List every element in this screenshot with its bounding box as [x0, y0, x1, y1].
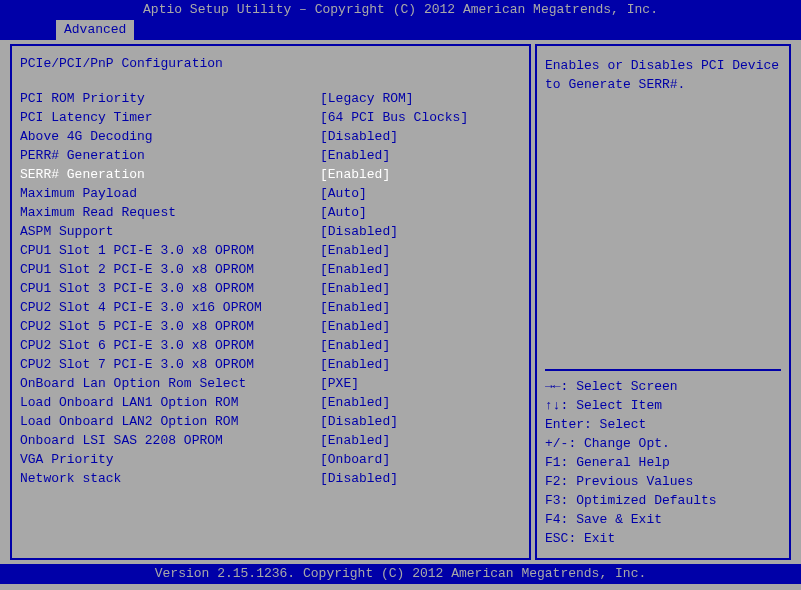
- tab-row: Advanced: [0, 20, 801, 40]
- key-hint: Enter: Select: [545, 415, 781, 434]
- help-panel: Enables or Disables PCI Device to Genera…: [535, 44, 791, 560]
- setting-row[interactable]: Above 4G Decoding[Disabled]: [20, 127, 521, 146]
- setting-value[interactable]: [Enabled]: [320, 431, 521, 450]
- key-hint: F4: Save & Exit: [545, 510, 781, 529]
- setting-label: PCI Latency Timer: [20, 108, 320, 127]
- key-hint: F3: Optimized Defaults: [545, 491, 781, 510]
- tab-advanced[interactable]: Advanced: [56, 20, 134, 40]
- setting-value[interactable]: [Enabled]: [320, 241, 521, 260]
- setting-value[interactable]: [Enabled]: [320, 165, 521, 184]
- setting-value[interactable]: [Disabled]: [320, 412, 521, 431]
- setting-value[interactable]: [Enabled]: [320, 317, 521, 336]
- setting-label: CPU2 Slot 6 PCI-E 3.0 x8 OPROM: [20, 336, 320, 355]
- setting-label: CPU2 Slot 5 PCI-E 3.0 x8 OPROM: [20, 317, 320, 336]
- setting-row[interactable]: ASPM Support[Disabled]: [20, 222, 521, 241]
- key-hint: →←: Select Screen: [545, 377, 781, 396]
- setting-value[interactable]: [Disabled]: [320, 127, 521, 146]
- setting-value[interactable]: [Enabled]: [320, 393, 521, 412]
- help-spacer: [545, 94, 781, 365]
- setting-label: Network stack: [20, 469, 320, 488]
- setting-row[interactable]: CPU1 Slot 3 PCI-E 3.0 x8 OPROM[Enabled]: [20, 279, 521, 298]
- header-bar: Aptio Setup Utility – Copyright (C) 2012…: [0, 0, 801, 20]
- setting-value[interactable]: [Enabled]: [320, 260, 521, 279]
- setting-label: VGA Priority: [20, 450, 320, 469]
- key-hint: ↑↓: Select Item: [545, 396, 781, 415]
- setting-value[interactable]: [Legacy ROM]: [320, 89, 521, 108]
- key-hint: F1: General Help: [545, 453, 781, 472]
- setting-label: CPU1 Slot 2 PCI-E 3.0 x8 OPROM: [20, 260, 320, 279]
- bios-screen: Aptio Setup Utility – Copyright (C) 2012…: [0, 0, 801, 590]
- setting-label: PERR# Generation: [20, 146, 320, 165]
- setting-label: ASPM Support: [20, 222, 320, 241]
- setting-row[interactable]: CPU1 Slot 2 PCI-E 3.0 x8 OPROM[Enabled]: [20, 260, 521, 279]
- setting-row[interactable]: PERR# Generation[Enabled]: [20, 146, 521, 165]
- setting-row[interactable]: PCI Latency Timer[64 PCI Bus Clocks]: [20, 108, 521, 127]
- help-divider: [545, 369, 781, 371]
- setting-row[interactable]: Maximum Payload[Auto]: [20, 184, 521, 203]
- help-text-line: Enables or Disables PCI Device: [545, 56, 781, 75]
- setting-label: PCI ROM Priority: [20, 89, 320, 108]
- setting-row[interactable]: CPU2 Slot 6 PCI-E 3.0 x8 OPROM[Enabled]: [20, 336, 521, 355]
- setting-value[interactable]: [64 PCI Bus Clocks]: [320, 108, 521, 127]
- help-text-line: to Generate SERR#.: [545, 75, 781, 94]
- setting-value[interactable]: [Auto]: [320, 184, 521, 203]
- setting-label: OnBoard Lan Option Rom Select: [20, 374, 320, 393]
- setting-value[interactable]: [PXE]: [320, 374, 521, 393]
- setting-row[interactable]: Onboard LSI SAS 2208 OPROM[Enabled]: [20, 431, 521, 450]
- key-hints: →←: Select Screen↑↓: Select ItemEnter: S…: [545, 377, 781, 548]
- setting-label: Load Onboard LAN1 Option ROM: [20, 393, 320, 412]
- setting-row[interactable]: SERR# Generation[Enabled]: [20, 165, 521, 184]
- footer-bar: Version 2.15.1236. Copyright (C) 2012 Am…: [0, 564, 801, 584]
- setting-row[interactable]: CPU2 Slot 4 PCI-E 3.0 x16 OPROM[Enabled]: [20, 298, 521, 317]
- setting-row[interactable]: VGA Priority[Onboard]: [20, 450, 521, 469]
- setting-row[interactable]: CPU2 Slot 7 PCI-E 3.0 x8 OPROM[Enabled]: [20, 355, 521, 374]
- setting-label: CPU2 Slot 7 PCI-E 3.0 x8 OPROM: [20, 355, 320, 374]
- setting-value[interactable]: [Enabled]: [320, 355, 521, 374]
- setting-value[interactable]: [Enabled]: [320, 146, 521, 165]
- setting-label: CPU1 Slot 3 PCI-E 3.0 x8 OPROM: [20, 279, 320, 298]
- key-hint: +/-: Change Opt.: [545, 434, 781, 453]
- setting-label: Onboard LSI SAS 2208 OPROM: [20, 431, 320, 450]
- settings-panel: PCIe/PCI/PnP Configuration PCI ROM Prior…: [10, 44, 531, 560]
- key-hint: ESC: Exit: [545, 529, 781, 548]
- setting-row[interactable]: Load Onboard LAN1 Option ROM[Enabled]: [20, 393, 521, 412]
- setting-value[interactable]: [Disabled]: [320, 222, 521, 241]
- setting-label: Maximum Payload: [20, 184, 320, 203]
- setting-label: CPU2 Slot 4 PCI-E 3.0 x16 OPROM: [20, 298, 320, 317]
- setting-value[interactable]: [Disabled]: [320, 469, 521, 488]
- setting-label: CPU1 Slot 1 PCI-E 3.0 x8 OPROM: [20, 241, 320, 260]
- section-title: PCIe/PCI/PnP Configuration: [20, 56, 521, 71]
- setting-row[interactable]: CPU2 Slot 5 PCI-E 3.0 x8 OPROM[Enabled]: [20, 317, 521, 336]
- setting-row[interactable]: Maximum Read Request[Auto]: [20, 203, 521, 222]
- key-hint: F2: Previous Values: [545, 472, 781, 491]
- setting-label: Above 4G Decoding: [20, 127, 320, 146]
- setting-value[interactable]: [Onboard]: [320, 450, 521, 469]
- setting-value[interactable]: [Enabled]: [320, 279, 521, 298]
- setting-label: SERR# Generation: [20, 165, 320, 184]
- setting-value[interactable]: [Enabled]: [320, 336, 521, 355]
- setting-row[interactable]: PCI ROM Priority[Legacy ROM]: [20, 89, 521, 108]
- setting-row[interactable]: Load Onboard LAN2 Option ROM[Disabled]: [20, 412, 521, 431]
- settings-list: PCI ROM Priority[Legacy ROM]PCI Latency …: [20, 89, 521, 488]
- setting-row[interactable]: CPU1 Slot 1 PCI-E 3.0 x8 OPROM[Enabled]: [20, 241, 521, 260]
- content-area: PCIe/PCI/PnP Configuration PCI ROM Prior…: [0, 40, 801, 564]
- setting-value[interactable]: [Auto]: [320, 203, 521, 222]
- setting-label: Load Onboard LAN2 Option ROM: [20, 412, 320, 431]
- setting-label: Maximum Read Request: [20, 203, 320, 222]
- setting-row[interactable]: Network stack[Disabled]: [20, 469, 521, 488]
- setting-value[interactable]: [Enabled]: [320, 298, 521, 317]
- setting-row[interactable]: OnBoard Lan Option Rom Select[PXE]: [20, 374, 521, 393]
